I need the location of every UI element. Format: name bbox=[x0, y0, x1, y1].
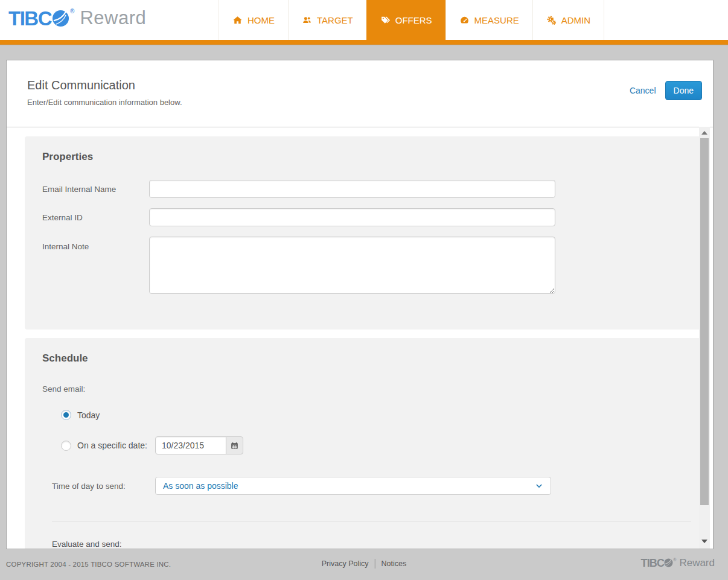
page-subtitle: Enter/Edit communication information bel… bbox=[27, 98, 182, 107]
time-of-day-value: As soon as possible bbox=[163, 481, 238, 491]
scrollbar[interactable] bbox=[699, 127, 710, 549]
schedule-heading: Schedule bbox=[42, 352, 701, 365]
nav-tab-label: HOME bbox=[247, 15, 275, 25]
time-of-day-label: Time of day to send: bbox=[52, 482, 155, 491]
time-of-day-select[interactable]: As soon as possible bbox=[155, 477, 551, 495]
page-title: Edit Communication bbox=[27, 78, 135, 92]
nav-tab-label: OFFERS bbox=[395, 15, 432, 25]
nav-tab-label: MEASURE bbox=[474, 15, 519, 25]
nav-tab-target[interactable]: TARGET bbox=[288, 0, 366, 40]
properties-heading: Properties bbox=[42, 151, 701, 163]
registered-mark: ® bbox=[70, 8, 74, 14]
calendar-button[interactable] bbox=[226, 436, 243, 454]
panel-header: Edit Communication Enter/Edit communicat… bbox=[7, 60, 713, 127]
radio-specific-date[interactable] bbox=[61, 441, 71, 451]
footer-brand-logo: TIBC ® Reward bbox=[640, 558, 715, 569]
footer: COPYRIGHT 2004 - 2015 TIBCO SOFTWARE INC… bbox=[0, 549, 728, 580]
brand-logo-suffix: Reward bbox=[80, 8, 146, 27]
brand-o-icon bbox=[52, 10, 69, 27]
external-id-input[interactable] bbox=[149, 208, 555, 226]
scroll-thumb[interactable] bbox=[700, 138, 709, 505]
brand-logo-text: TIBC bbox=[8, 8, 51, 28]
evaluate-and-send-label: Evaluate and send: bbox=[42, 540, 701, 549]
calendar-icon bbox=[230, 441, 239, 450]
email-internal-name-row: Email Internal Name bbox=[42, 180, 701, 198]
nav-tab-label: ADMIN bbox=[561, 15, 590, 25]
accent-bar bbox=[0, 40, 728, 45]
tags-icon bbox=[380, 15, 391, 25]
chevron-down-icon bbox=[535, 482, 543, 490]
main-nav-tabs: HOME TARGET OFFERS bbox=[219, 0, 604, 40]
footer-link-divider bbox=[375, 559, 375, 569]
gears-icon bbox=[546, 15, 557, 25]
email-internal-name-input[interactable] bbox=[149, 180, 555, 198]
gauge-icon bbox=[459, 15, 470, 25]
footer-registered-mark: ® bbox=[673, 558, 676, 562]
home-icon bbox=[232, 15, 243, 25]
internal-note-textarea[interactable] bbox=[149, 237, 555, 294]
copyright-text: COPYRIGHT 2004 - 2015 TIBCO SOFTWARE INC… bbox=[6, 561, 171, 568]
footer-links: Privacy Policy Notices bbox=[322, 559, 406, 569]
scroll-down-arrow[interactable] bbox=[699, 537, 710, 546]
top-nav: TIBC ® Reward HOME bbox=[0, 0, 728, 40]
scroll-up-arrow[interactable] bbox=[699, 128, 710, 138]
today-label: Today bbox=[77, 410, 100, 420]
edit-communication-panel: Edit Communication Enter/Edit communicat… bbox=[6, 60, 714, 549]
schedule-section: Schedule Send email: Today On a specific… bbox=[25, 338, 701, 549]
users-icon bbox=[302, 15, 312, 25]
brand-logo: TIBC ® Reward bbox=[8, 8, 146, 28]
today-option-row: Today bbox=[42, 410, 701, 420]
nav-tab-label: TARGET bbox=[317, 15, 353, 25]
time-of-day-row: Time of day to send: As soon as possible bbox=[42, 477, 701, 495]
specific-date-option-row: On a specific date: bbox=[42, 436, 701, 454]
done-button[interactable]: Done bbox=[665, 81, 702, 100]
footer-o-icon bbox=[664, 558, 673, 567]
footer-logo-text: TIBC bbox=[640, 558, 664, 569]
date-input[interactable] bbox=[155, 436, 226, 454]
privacy-policy-link[interactable]: Privacy Policy bbox=[322, 559, 369, 568]
cancel-link[interactable]: Cancel bbox=[630, 86, 656, 95]
internal-note-row: Internal Note bbox=[42, 237, 701, 294]
schedule-divider bbox=[52, 521, 691, 521]
panel-body: Properties Email Internal Name External … bbox=[7, 127, 713, 549]
header-actions: Cancel Done bbox=[630, 81, 702, 100]
properties-section: Properties Email Internal Name External … bbox=[25, 136, 701, 330]
external-id-row: External ID bbox=[42, 208, 701, 226]
footer-logo-suffix: Reward bbox=[679, 558, 715, 568]
notices-link[interactable]: Notices bbox=[382, 559, 407, 568]
external-id-label: External ID bbox=[42, 213, 149, 222]
nav-tab-measure[interactable]: MEASURE bbox=[445, 0, 532, 40]
page: TIBC ® Reward HOME bbox=[0, 0, 728, 580]
radio-today[interactable] bbox=[61, 410, 71, 420]
nav-tab-offers[interactable]: OFFERS bbox=[366, 0, 445, 40]
date-input-group bbox=[155, 436, 243, 454]
internal-note-label: Internal Note bbox=[42, 237, 149, 251]
email-internal-name-label: Email Internal Name bbox=[42, 185, 149, 194]
nav-tab-admin[interactable]: ADMIN bbox=[532, 0, 604, 40]
specific-date-label: On a specific date: bbox=[77, 441, 147, 450]
nav-tab-home[interactable]: HOME bbox=[219, 0, 288, 40]
send-email-label: Send email: bbox=[42, 384, 701, 394]
